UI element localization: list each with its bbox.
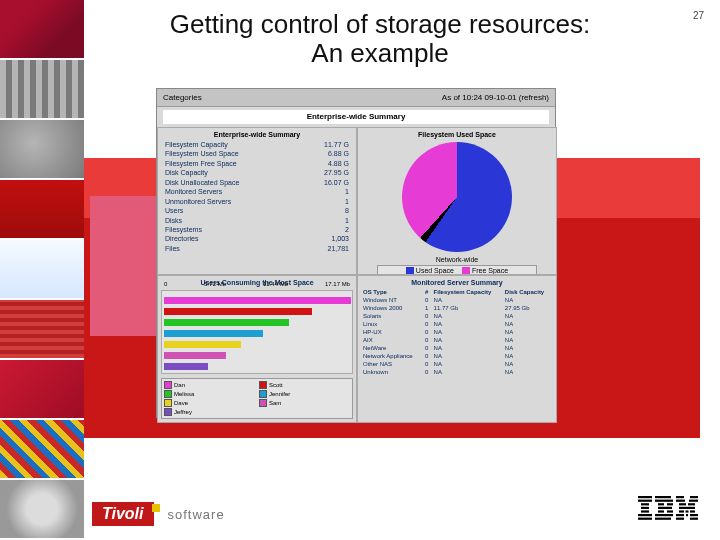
- table-header: OS Type: [361, 288, 423, 296]
- ibm-logo: [638, 496, 698, 526]
- tivoli-software-label: software: [168, 507, 225, 522]
- title-line-1: Getting control of storage resources:: [170, 9, 591, 39]
- pie-center-label: Network-wide: [361, 256, 553, 263]
- content-stage: Categories As of 10:24 09-10-01 (refresh…: [84, 88, 700, 438]
- table-row: AIX0NANA: [361, 336, 553, 344]
- tivoli-dot-icon: [152, 504, 160, 512]
- decorative-left-rail: [0, 0, 84, 540]
- table-row: Windows NT0NANA: [361, 296, 553, 304]
- deco-tile: [0, 240, 84, 300]
- deco-tile: [0, 120, 84, 180]
- svg-rect-0: [638, 496, 652, 498]
- summary-row: Disk Unallocated Space16.07 G: [161, 178, 353, 187]
- table-row: HP-UX0NANA: [361, 328, 553, 336]
- hbar: [164, 319, 289, 326]
- svg-rect-21: [688, 503, 695, 505]
- summary-row: Filesystems2: [161, 225, 353, 234]
- svg-rect-7: [655, 496, 671, 498]
- embedded-screenshot: Categories As of 10:24 09-10-01 (refresh…: [156, 88, 556, 418]
- screenshot-header: Categories As of 10:24 09-10-01 (refresh…: [157, 89, 555, 107]
- screenshot-title: Enterprise-wide Summary: [163, 110, 549, 124]
- bars-legend: DanScottMelissaJenniferDaveSamJeffrey: [161, 378, 353, 419]
- svg-rect-17: [690, 496, 698, 498]
- svg-rect-27: [686, 514, 688, 516]
- screenshot-grid: Enterprise-wide Summary Filesystem Capac…: [157, 127, 555, 423]
- svg-rect-26: [676, 514, 684, 516]
- deco-tile: [0, 420, 84, 480]
- deco-tile: [0, 0, 84, 60]
- summary-row: Filesystem Free Space4.88 G: [161, 159, 353, 168]
- svg-rect-18: [676, 500, 685, 502]
- svg-rect-5: [638, 514, 652, 516]
- ibm-logo-icon: [638, 496, 698, 520]
- pie-legend: Used SpaceFree Space: [377, 265, 537, 275]
- hbar: [164, 363, 208, 370]
- os-cell: Monitored Server Summary OS Type#Filesys…: [357, 275, 557, 423]
- svg-rect-4: [641, 510, 649, 512]
- svg-rect-19: [689, 500, 698, 502]
- slide-title: Getting control of storage resources: An…: [100, 10, 660, 67]
- table-row: Unknown0NANA: [361, 368, 553, 376]
- summary-row: Disks1: [161, 216, 353, 225]
- screenshot-timestamp: As of 10:24 09-10-01 (refresh): [442, 93, 549, 102]
- summary-row: Filesystem Used Space6.88 G: [161, 149, 353, 158]
- axis-tick: 11.44 Mb: [263, 281, 288, 287]
- legend-item: Scott: [259, 381, 350, 389]
- axis-tick: 5.72 Mb: [204, 281, 226, 287]
- svg-rect-15: [655, 518, 671, 520]
- legend-item: Jeffrey: [164, 408, 255, 416]
- summary-cell: Enterprise-wide Summary Filesystem Capac…: [157, 127, 357, 275]
- hbar: [164, 297, 351, 304]
- svg-rect-22: [679, 507, 695, 509]
- axis-tick: 0: [164, 281, 167, 287]
- legend-item: Dan: [164, 381, 255, 389]
- legend-item: Used Space: [406, 267, 454, 275]
- legend-item: Dave: [164, 399, 255, 407]
- summary-row: Files21,781: [161, 244, 353, 253]
- table-row: Linux0NANA: [361, 320, 553, 328]
- svg-rect-3: [641, 507, 649, 509]
- summary-list: Filesystem Capacity11.77 GFilesystem Use…: [161, 140, 353, 253]
- deco-tile: [0, 360, 84, 420]
- summary-row: Monitored Servers1: [161, 187, 353, 196]
- os-table: OS Type#Filesystem CapacityDisk Capacity…: [361, 288, 553, 376]
- hbar: [164, 341, 241, 348]
- svg-rect-29: [676, 518, 684, 520]
- svg-rect-10: [667, 503, 673, 505]
- hbar: [164, 352, 226, 359]
- legend-item: Sam: [259, 399, 350, 407]
- bars-chart: 05.72 Mb11.44 Mb17.17 Mb: [161, 290, 353, 374]
- hbar: [164, 308, 312, 315]
- axis-tick: 17.17 Mb: [325, 281, 350, 287]
- svg-rect-8: [655, 500, 673, 502]
- bars-cell: Users Consuming the Most Space 05.72 Mb1…: [157, 275, 357, 423]
- footer: Tivoli software: [84, 496, 720, 526]
- legend-item: Jennifer: [259, 390, 350, 398]
- svg-rect-30: [690, 518, 698, 520]
- summary-row: Directories1,003: [161, 234, 353, 243]
- svg-rect-1: [638, 500, 652, 502]
- table-row: Network Appliance0NANA: [361, 352, 553, 360]
- svg-rect-12: [658, 510, 664, 512]
- table-row: NetWare0NANA: [361, 344, 553, 352]
- deco-tile: [0, 480, 84, 540]
- legend-item: Melissa: [164, 390, 255, 398]
- svg-rect-25: [690, 510, 695, 512]
- summary-heading: Enterprise-wide Summary: [161, 131, 353, 138]
- hbar: [164, 330, 263, 337]
- svg-rect-24: [686, 510, 689, 512]
- tivoli-logo: Tivoli software: [92, 502, 225, 526]
- tivoli-wordmark: Tivoli: [92, 502, 154, 526]
- svg-rect-11: [658, 507, 672, 509]
- deco-tile: [0, 180, 84, 240]
- summary-row: Filesystem Capacity11.77 G: [161, 140, 353, 149]
- legend-item: Free Space: [462, 267, 508, 275]
- svg-rect-23: [679, 510, 684, 512]
- deco-tile: [0, 60, 84, 120]
- svg-rect-9: [658, 503, 664, 505]
- svg-rect-2: [641, 503, 649, 505]
- os-heading: Monitored Server Summary: [361, 279, 553, 286]
- bars-axis: 05.72 Mb11.44 Mb17.17 Mb: [162, 281, 352, 287]
- svg-rect-6: [638, 518, 652, 520]
- summary-row: Disk Capacity27.95 G: [161, 168, 353, 177]
